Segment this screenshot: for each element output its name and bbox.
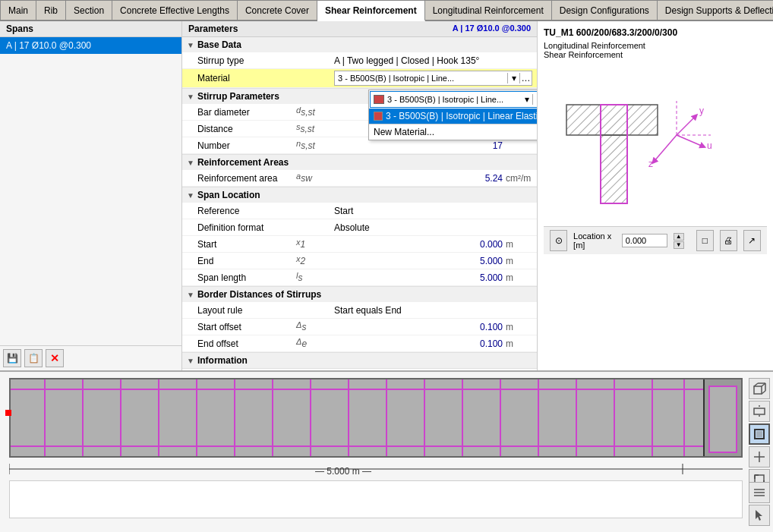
param-unit-start: m [506,239,532,250]
svg-line-4 [677,116,696,135]
param-row-layout-rule: Layout rule Start equals End [182,302,537,319]
tab-concrete-effective-lengths[interactable]: Concrete Effective Lengths [112,0,238,20]
bottom-action-btn-1[interactable] [749,482,770,503]
tab-section[interactable]: Section [66,0,112,20]
svg-text:y: y [699,105,704,116]
param-row-end-offset: End offset Δe 0.100 m [182,335,537,352]
save-button[interactable]: 💾 [3,349,21,367]
param-name-end: End [197,256,296,266]
svg-rect-18 [754,408,765,414]
collapse-icon-info: ▼ [187,357,194,365]
location-input[interactable] [622,234,667,247]
param-name-reinf-area: Reinforcement area [197,173,296,184]
param-row-stirrup-type: Stirrup type A | Two legged | Closed | H… [182,52,537,69]
location-label: Location x [m] [573,231,616,250]
tab-main[interactable]: Main [0,0,36,20]
section-title-span-location[interactable]: ▼ Span Location [182,187,537,203]
tab-design-supports-deflection[interactable]: Design Supports & Deflection [658,0,773,20]
dropdown-new-material[interactable]: New Material... [369,124,538,140]
param-value-stirrup-type: A | Two legged | Closed | Hook 135° [334,55,532,66]
param-unit-reinf-area: cm²/m [506,173,532,184]
param-value-start-offset: 0.100 [334,322,506,332]
section-base-data: ▼ Base Data Stirrup type A | Two legged … [182,37,537,89]
param-name-reference: Reference [197,206,296,216]
tab-rib[interactable]: Rib [36,0,66,20]
info-panel-line-2: Shear Reinforcement [544,50,767,59]
span-item-1[interactable]: A | 17 Ø10.0 @0.300 [0,37,181,54]
material-more-button[interactable]: … [519,73,532,83]
scale-icon [752,450,766,464]
param-row-end: End x2 5.000 m [182,253,537,269]
section-reinforcement-areas: ▼ Reinforcement Areas Reinforcement area… [182,155,537,187]
copy-button[interactable]: 📋 [24,349,43,367]
tab-concrete-cover[interactable]: Concrete Cover [238,0,317,20]
param-unit-end: m [506,256,532,266]
dropdown-item-text-1: 3 - B500S(B) | Isotropic | Line... [387,95,522,104]
list-icon [752,486,766,499]
location-bar: ⊙ Location x [m] ▲ ▼ □ 🖨 ↗ [544,226,767,254]
scale-button[interactable] [749,446,770,467]
svg-rect-1 [566,105,658,135]
section-title-border-distances[interactable]: ▼ Border Distances of Stirrups [182,287,537,302]
section-label-base-data: Base Data [197,39,241,50]
param-symbol-reinf-area: asw [296,172,334,184]
collapse-icon-border: ▼ [187,291,194,299]
dropdown-more[interactable]: … [532,94,538,105]
export-button[interactable]: ↗ [743,230,761,251]
param-symbol-span-length: ls [296,271,334,283]
filter-icon: ⊙ [555,235,563,246]
tab-longitudinal-reinforcement[interactable]: Longitudinal Reinforcement [425,0,552,20]
location-up-button[interactable]: ▲ [674,233,684,241]
dropdown-item-1[interactable]: 3 - B500S(B) | Isotropic | Linear Elasti… [369,109,538,124]
print-button[interactable]: 🖨 [720,230,737,251]
material-dropdown-popup: 3 - B500S(B) | Isotropic | Line... ▾ … 3… [368,90,538,140]
3d-view-button[interactable] [749,378,770,399]
bottom-action-btn-2[interactable] [749,505,770,526]
svg-rect-2 [601,135,627,203]
param-unit-start-offset: m [506,322,532,332]
stirrup-lines-svg [11,379,741,456]
param-value-layout-rule: Start equals End [334,305,532,316]
param-name-definition-format: Definition format [197,222,296,233]
section-information: ▼ Information [182,353,537,369]
param-name-material: Material [197,73,296,83]
param-symbol-distance: ss,st [296,122,334,134]
section-title-information[interactable]: ▼ Information [182,353,537,368]
dropdown-chevron[interactable]: ▾ [522,94,532,105]
section-title-base-data[interactable]: ▼ Base Data [182,37,537,52]
section-title-reinf-areas[interactable]: ▼ Reinforcement Areas [182,155,537,170]
material-value: 3 - B500S(B) | Isotropic | Line... [335,74,507,83]
view-button[interactable]: □ [696,230,714,251]
location-down-button[interactable]: ▼ [674,241,684,249]
dropdown-color-1 [374,112,383,121]
section-detail-view [9,480,743,518]
tab-bar: Main Rib Section Concrete Effective Leng… [0,0,773,21]
params-title: Parameters [188,24,238,34]
param-row-start: Start x1 0.000 m [182,236,537,253]
section-label-reinf-areas: Reinforcement Areas [197,157,289,168]
info-panel: TU_M1 600/200/683.3/200/0/300 Longitudin… [538,21,773,370]
param-value-reinf-area: 5.24 [334,173,506,184]
info-panel-line-1: Longitudinal Reinforcement [544,41,767,50]
param-symbol-start: x1 [296,238,334,250]
delete-button[interactable]: ✕ [46,349,64,367]
param-value-end: 5.000 [334,256,506,266]
param-row-span-length: Span length ls 5.000 m [182,269,537,286]
param-symbol-bar-diameter: ds,st [296,105,334,118]
svg-rect-12 [754,386,762,394]
material-dropdown-arrow[interactable]: ▾ [507,73,519,83]
info-panel-title: TU_M1 600/200/683.3/200/0/300 [544,27,767,38]
dimension-line-svg: — 5.000 m — [9,458,743,480]
tab-shear-reinforcement[interactable]: Shear Reinforcement [317,0,425,21]
section-border-distances: ▼ Border Distances of Stirrups Layout ru… [182,287,537,353]
section-span-location: ▼ Span Location Reference Start Definiti… [182,187,537,287]
save-icon: 💾 [7,353,18,364]
tab-design-configurations[interactable]: Design Configurations [552,0,658,20]
svg-text:— 5.000 m —: — 5.000 m — [315,466,371,477]
param-unit-end-offset: m [506,338,532,349]
param-name-span-length: Span length [197,272,296,283]
top-view-button[interactable] [749,401,770,422]
filter-button[interactable]: ⊙ [550,230,567,251]
side-view-button[interactable] [749,423,770,445]
svg-line-5 [677,135,703,146]
